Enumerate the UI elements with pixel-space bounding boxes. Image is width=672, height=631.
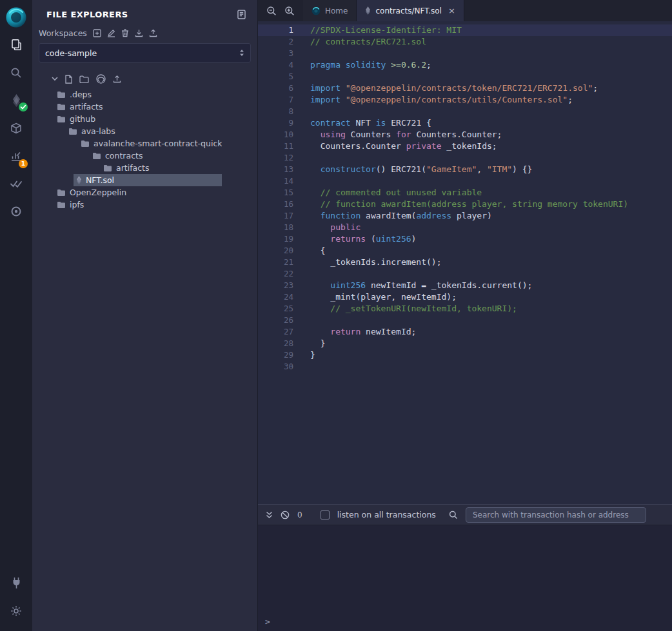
create-workspace-icon[interactable] [93,29,101,37]
line-number: 10 [258,129,303,141]
terminal-output[interactable]: > [258,525,672,631]
file-tree: .depsartifactsgithubava-labsavalanche-sm… [32,88,257,211]
solidity-compiler-icon[interactable] [0,86,32,114]
code-line [310,175,672,187]
settings-gear-icon[interactable] [0,597,32,625]
plugin-manager-icon[interactable] [0,569,32,597]
code-line [310,106,672,117]
tab-home[interactable]: Home [303,0,357,21]
remix-logo[interactable] [0,4,32,31]
folder-icon [103,164,112,172]
code-line: _mint(player, newItemId); [310,291,672,303]
code-line: } [310,349,672,361]
tree-item-ava-labs[interactable]: ava-labs [32,125,257,137]
tree-item-artifacts[interactable]: artifacts [32,101,257,113]
code-line [310,361,672,373]
code-line: // _setTokenURI(newItemId, tokenURI); [310,303,672,315]
tree-item-contracts[interactable]: contracts [32,150,257,162]
code-editor[interactable]: 1234567891011121314151617181920212223242… [258,21,672,504]
zoom-controls [258,0,303,21]
vertical-icon-panel: 1 [0,0,32,631]
line-number: 21 [258,257,303,268]
tab-bar: Home contracts/NFT.sol × [258,0,672,21]
new-file-icon[interactable] [65,75,72,84]
line-number: 23 [258,280,303,291]
tree-item-avalanche-smart-contract-quickstart[interactable]: avalanche-smart-contract-quickstart [32,137,257,150]
folder-icon [57,189,66,197]
code-line: return newItemId; [310,326,672,338]
line-number: 19 [258,233,303,245]
tree-item-nft-sol[interactable]: NFT.sol [32,174,257,186]
plugin-circle-icon[interactable] [0,197,32,225]
code-line: // commented out unused variable [310,187,672,199]
folder-icon [57,201,66,209]
code-line: uint256 newItemId = _tokenIds.current(); [310,280,672,291]
code-line [310,315,672,326]
deploy-and-run-icon[interactable] [0,114,32,142]
listen-transactions-label: listen on all transactions [337,510,436,519]
tree-item-label: artifacts [116,163,150,173]
download-workspaces-icon[interactable] [135,29,143,37]
line-number: 29 [258,349,303,361]
collapse-tree-icon[interactable] [52,77,58,81]
line-number: 20 [258,245,303,257]
folder-icon [57,103,66,111]
code-line: contract NFT is ERC721 { [310,117,672,129]
transaction-count: 0 [297,510,302,519]
tree-item-ipfs[interactable]: ipfs [32,199,257,211]
unit-testing-icon[interactable] [0,170,32,197]
zoom-in-icon[interactable] [284,6,295,16]
clear-console-icon[interactable] [281,510,290,519]
code-line: { [310,245,672,257]
code-line: //SPDX-License-Identifier: MIT [303,24,672,36]
line-number: 14 [258,175,303,187]
remix-mini-logo-icon [311,6,321,15]
analysis-count-badge: 1 [19,159,28,168]
publish-to-gist-icon[interactable] [113,75,121,83]
code-line [310,152,672,164]
tree-item--deps[interactable]: .deps [32,88,257,101]
file-explorer-panel: FILE EXPLORERS Workspaces [32,0,258,631]
rename-workspace-icon[interactable] [107,29,115,37]
tree-item-artifacts[interactable]: artifacts [32,162,257,174]
editor-code[interactable]: //SPDX-License-Identifier: MIT// contrac… [303,21,672,504]
code-line: returns (uint256) [310,233,672,245]
tree-item-github[interactable]: github [32,113,257,125]
changelog-book-icon[interactable] [237,10,246,19]
new-folder-icon[interactable] [79,75,89,83]
code-line: public [310,222,672,233]
github-clone-icon[interactable] [96,74,106,84]
code-line: constructor() ERC721("GameItem", "ITM") … [310,164,672,175]
select-caret-icon [239,49,244,57]
tree-item-label: OpenZeppelin [70,188,126,197]
close-tab-icon[interactable]: × [448,6,455,15]
delete-workspace-icon[interactable] [121,29,129,37]
tab-nft-sol[interactable]: contracts/NFT.sol × [357,0,464,21]
tree-item-openzeppelin[interactable]: OpenZeppelin [32,186,257,199]
restore-workspaces-icon[interactable] [149,29,157,37]
tab-home-label: Home [325,6,348,15]
line-number: 15 [258,187,303,199]
line-number: 4 [258,59,303,71]
line-number: 22 [258,268,303,280]
expand-terminal-icon[interactable] [266,511,273,519]
file-explorer-icon[interactable] [0,31,32,59]
code-line: } [310,338,672,349]
listen-transactions-checkbox[interactable] [321,510,330,519]
workspace-select[interactable]: code-sample [39,43,251,63]
code-line [310,268,672,280]
code-line: import "@openzeppelin/contracts/token/ER… [310,83,672,94]
code-analysis-icon[interactable]: 1 [0,142,32,170]
compiler-success-badge [19,102,28,112]
line-number: 25 [258,303,303,315]
terminal-search-input[interactable] [466,507,646,523]
code-line: // contracts/ERC721.sol [310,36,672,48]
code-line: // function awardItem(address player, st… [310,199,672,210]
workspaces-label: Workspaces [39,28,87,38]
panel-header: FILE EXPLORERS [32,0,257,27]
tree-item-label: NFT.sol [86,175,114,185]
folder-icon [81,140,90,148]
search-icon[interactable] [0,59,32,86]
zoom-out-icon[interactable] [266,6,277,16]
tree-item-label: avalanche-smart-contract-quickstart [94,139,222,148]
